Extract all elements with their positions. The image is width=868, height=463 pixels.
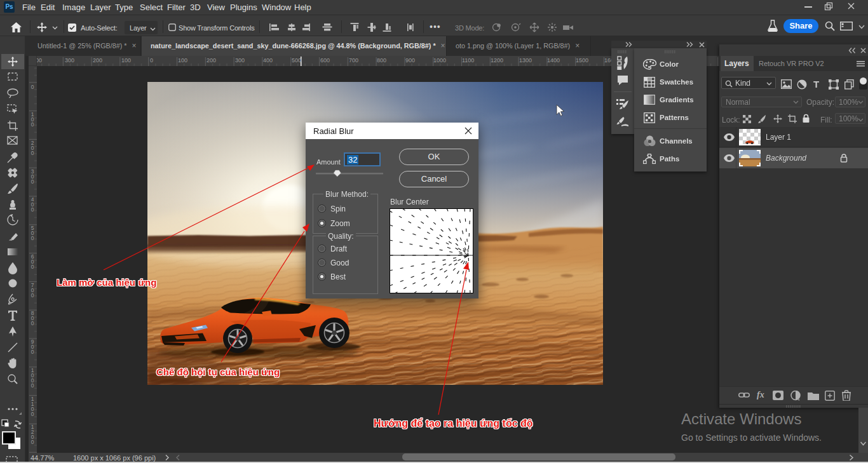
svg-text:600: 600	[320, 57, 330, 64]
svg-text:0: 0	[31, 206, 34, 213]
svg-text:0: 0	[31, 264, 34, 270]
svg-text:100: 100	[121, 57, 131, 64]
svg-text:0: 0	[31, 349, 34, 355]
svg-text:0: 0	[31, 292, 34, 299]
svg-text:800: 800	[377, 57, 386, 64]
svg-text:200: 200	[207, 57, 216, 64]
svg-text:1500: 1500	[576, 57, 588, 64]
svg-text:300: 300	[235, 57, 245, 64]
svg-text:400: 400	[263, 57, 273, 64]
svg-text:0: 0	[31, 411, 34, 417]
svg-text:500: 500	[292, 57, 301, 64]
svg-text:900: 900	[405, 57, 415, 64]
svg-text:300: 300	[65, 57, 74, 64]
svg-text:200: 200	[93, 57, 102, 64]
svg-text:0: 0	[31, 320, 34, 326]
svg-text:1300: 1300	[519, 57, 532, 64]
svg-text:1000: 1000	[433, 57, 446, 64]
svg-text:100: 100	[178, 57, 187, 64]
svg-text:1200: 1200	[491, 57, 503, 64]
svg-text:0: 0	[31, 439, 34, 445]
svg-text:1400: 1400	[547, 57, 560, 64]
svg-text:1100: 1100	[462, 57, 474, 64]
svg-text:0: 0	[31, 235, 34, 241]
svg-text:0: 0	[31, 178, 34, 185]
svg-text:700: 700	[349, 57, 358, 64]
svg-text:0: 0	[150, 57, 153, 64]
svg-text:0: 0	[31, 84, 34, 90]
svg-text:0: 0	[31, 382, 34, 389]
svg-text:0: 0	[31, 150, 34, 156]
svg-text:0: 0	[31, 121, 34, 128]
